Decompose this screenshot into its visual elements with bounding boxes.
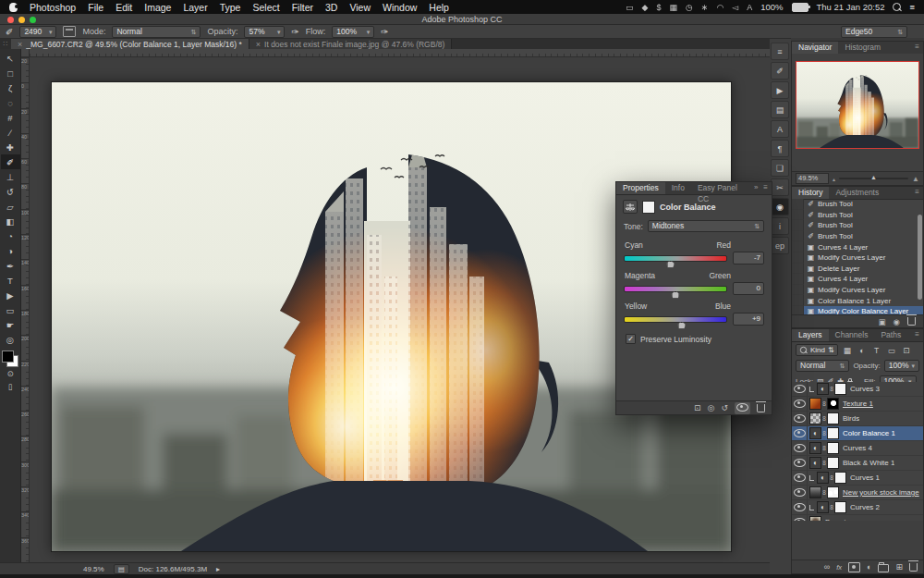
- menubar-item[interactable]: Select: [252, 2, 279, 13]
- eraser-tool[interactable]: ▱: [1, 199, 20, 214]
- history-source-well[interactable]: [792, 264, 804, 275]
- document-tab[interactable]: × _MG_6607.CR2 @ 49.5% (Color Balance 1,…: [11, 39, 249, 49]
- tool-presets-panel-button[interactable]: ✂: [771, 178, 789, 196]
- menubar-item[interactable]: Edit: [116, 2, 132, 13]
- layer-mask-thumbnail[interactable]: [827, 398, 839, 410]
- layer-mask-thumbnail[interactable]: [827, 442, 839, 454]
- layer-row[interactable]: 8 Curves 3: [792, 382, 923, 397]
- quick-mask-button[interactable]: ⊙: [1, 367, 20, 380]
- layer-row[interactable]: 8 Color Balance 1: [792, 426, 923, 441]
- history-step[interactable]: Curves 4 Layer: [792, 241, 923, 252]
- menubar-item[interactable]: Help: [429, 2, 449, 13]
- layer-row[interactable]: 8 New yourk stock image: [792, 486, 923, 500]
- link-layers-icon[interactable]: ∞: [824, 562, 830, 572]
- bluetooth-icon[interactable]: ∗: [701, 3, 709, 12]
- history-source-well[interactable]: [792, 210, 804, 221]
- layer-name[interactable]: New yourk stock image: [843, 488, 919, 497]
- panel-menu-icon[interactable]: ≡: [915, 329, 923, 341]
- layer-visibility-toggle[interactable]: [792, 486, 808, 499]
- preserve-luminosity-checkbox[interactable]: ✓: [626, 334, 636, 344]
- history-step[interactable]: Brush Tool: [792, 210, 923, 221]
- delete-adjustment-icon[interactable]: [757, 404, 765, 412]
- history-source-well[interactable]: [792, 285, 804, 296]
- layer-name[interactable]: Curves 1: [850, 473, 880, 482]
- close-tab-icon[interactable]: ×: [18, 40, 22, 49]
- layer-thumbnail[interactable]: [809, 457, 821, 469]
- view-previous-state-icon[interactable]: ◎: [708, 403, 715, 412]
- history-scrollbar[interactable]: [918, 215, 922, 300]
- keyboard-icon[interactable]: ▦: [669, 3, 677, 12]
- layer-row[interactable]: 8 Texture 1: [792, 397, 923, 412]
- layer-mask-thumbnail[interactable]: [834, 501, 846, 513]
- slider-thumb[interactable]: [677, 322, 686, 329]
- panel-tab[interactable]: Navigator: [792, 42, 838, 54]
- navigator-zoom-slider[interactable]: ▲: [839, 178, 908, 179]
- character-panel-button[interactable]: A: [771, 120, 789, 138]
- history-step[interactable]: Brush Tool: [792, 199, 923, 210]
- info-panel-button[interactable]: i: [771, 217, 789, 235]
- menubar-item[interactable]: 3D: [325, 2, 337, 13]
- layer-thumbnail[interactable]: [809, 442, 821, 454]
- layer-comps-panel-button[interactable]: ▤: [771, 101, 789, 118]
- reset-adjustment-icon[interactable]: ↺: [721, 403, 728, 412]
- marquee-tool[interactable]: □: [1, 66, 20, 80]
- layer-name[interactable]: Curves 3: [850, 385, 880, 393]
- volume-icon[interactable]: ◅: [732, 3, 738, 12]
- layer-name[interactable]: Birds: [843, 414, 859, 423]
- filter-type-layers-icon[interactable]: T: [871, 346, 882, 355]
- shape-tool[interactable]: ▭: [1, 302, 20, 317]
- path-selection-tool[interactable]: ▶: [1, 288, 20, 302]
- layer-mask-thumbnail[interactable]: [834, 383, 846, 395]
- panel-tab[interactable]: Info: [665, 182, 691, 194]
- slider-track[interactable]: [624, 255, 727, 262]
- panel-tab[interactable]: History: [792, 187, 829, 199]
- delete-state-icon[interactable]: [907, 317, 916, 326]
- slider-thumb[interactable]: [666, 261, 675, 268]
- layer-thumbnail[interactable]: [809, 412, 821, 424]
- layer-style-icon[interactable]: fx: [836, 563, 842, 572]
- layer-name[interactable]: Black & White 1: [843, 459, 894, 467]
- menubar-item[interactable]: Filter: [292, 2, 313, 13]
- paragraph-panel-button[interactable]: ¶: [771, 140, 789, 157]
- crop-tool[interactable]: #: [1, 110, 20, 125]
- panel-tab[interactable]: Easy Panel CC: [691, 182, 754, 194]
- apple-menu-icon[interactable]: [9, 3, 18, 12]
- display-icon[interactable]: ▭: [626, 3, 634, 12]
- tone-select[interactable]: Midtones ⇅: [648, 220, 764, 232]
- layer-row[interactable]: 8 Curves 4: [792, 441, 923, 456]
- gradient-tool[interactable]: ◧: [1, 214, 20, 228]
- menubar-item[interactable]: File: [88, 2, 103, 13]
- blur-tool[interactable]: ◔: [1, 228, 20, 243]
- layer-visibility-toggle[interactable]: [792, 441, 808, 455]
- panel-tab[interactable]: Adjustments: [829, 187, 885, 199]
- menubar-item[interactable]: Photoshop: [30, 2, 76, 13]
- layer-visibility-toggle[interactable]: [792, 426, 808, 440]
- clone-source-panel-button[interactable]: ❏: [771, 159, 789, 177]
- move-tool[interactable]: ↖: [1, 51, 20, 66]
- layer-name[interactable]: Curves 4: [843, 444, 872, 452]
- layer-thumbnail[interactable]: [809, 427, 821, 439]
- document-tab[interactable]: × It does not exist Finale image.jpg @ 4…: [249, 39, 453, 49]
- panel-tab[interactable]: Channels: [829, 329, 875, 341]
- history-source-well[interactable]: [792, 274, 804, 285]
- layer-row[interactable]: 8 Birds: [792, 412, 923, 426]
- status-tool-icon[interactable]: ▤: [114, 564, 129, 574]
- status-options-arrow[interactable]: ▸: [216, 565, 220, 573]
- layer-mask-thumbnail[interactable]: [834, 472, 846, 484]
- opacity-select[interactable]: 57%▾: [244, 26, 285, 38]
- blend-mode-select[interactable]: Normal⇅: [112, 26, 201, 38]
- slider-value[interactable]: 0: [733, 282, 764, 295]
- toggle-brush-panel-icon[interactable]: [63, 26, 76, 37]
- foreground-color-swatch[interactable]: [2, 350, 14, 363]
- navigator-proxy-view[interactable]: [796, 61, 919, 149]
- easy-panel-button[interactable]: ep: [771, 237, 789, 254]
- layer-thumbnail[interactable]: [817, 472, 829, 484]
- panel-menu-icon[interactable]: ≡: [915, 187, 923, 199]
- menubar-clock[interactable]: Thu 21 Jan 20:52: [817, 2, 885, 12]
- layer-visibility-toggle[interactable]: [792, 456, 808, 470]
- brush-tool[interactable]: ✐: [1, 154, 20, 169]
- panel-menu-icon[interactable]: ≡: [763, 182, 772, 194]
- status-zoom-field[interactable]: 49.5%: [83, 565, 104, 573]
- layer-thumbnail[interactable]: [809, 486, 821, 498]
- app-status-icon[interactable]: ◆: [642, 3, 649, 12]
